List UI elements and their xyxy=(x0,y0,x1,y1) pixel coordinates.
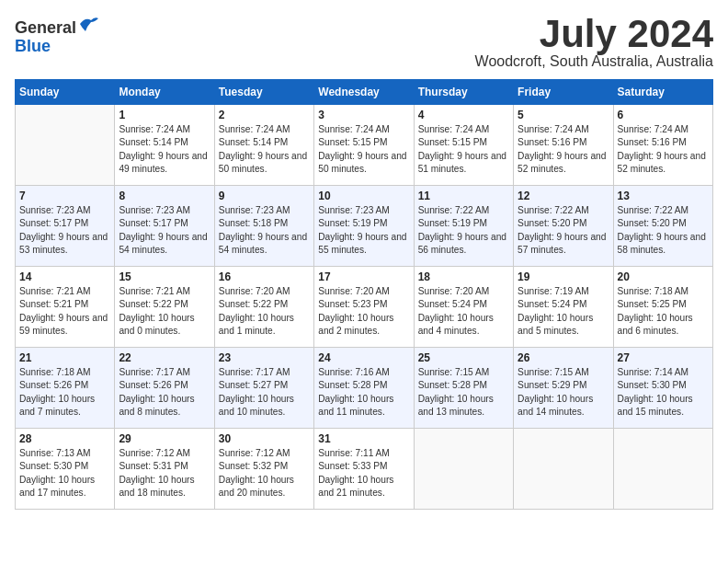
calendar-table: SundayMondayTuesdayWednesdayThursdayFrid… xyxy=(15,79,713,510)
calendar-day-cell: 18Sunrise: 7:20 AMSunset: 5:24 PMDayligh… xyxy=(414,267,513,348)
calendar-week-row: 1Sunrise: 7:24 AMSunset: 5:14 PMDaylight… xyxy=(16,105,713,186)
calendar-day-cell: 7Sunrise: 7:23 AMSunset: 5:17 PMDaylight… xyxy=(16,186,115,267)
calendar-day-cell: 23Sunrise: 7:17 AMSunset: 5:27 PMDayligh… xyxy=(214,348,313,429)
day-info: Sunrise: 7:24 AMSunset: 5:14 PMDaylight:… xyxy=(119,123,210,176)
day-number: 28 xyxy=(19,432,110,445)
day-info: Sunrise: 7:11 AMSunset: 5:33 PMDaylight:… xyxy=(318,447,409,500)
day-info: Sunrise: 7:14 AMSunset: 5:30 PMDaylight:… xyxy=(618,366,709,419)
day-info: Sunrise: 7:20 AMSunset: 5:23 PMDaylight:… xyxy=(318,285,409,338)
calendar-day-cell: 29Sunrise: 7:12 AMSunset: 5:31 PMDayligh… xyxy=(115,429,214,510)
day-number: 1 xyxy=(119,109,210,121)
day-info: Sunrise: 7:22 AMSunset: 5:20 PMDaylight:… xyxy=(618,204,709,257)
day-info: Sunrise: 7:17 AMSunset: 5:26 PMDaylight:… xyxy=(119,366,210,419)
day-info: Sunrise: 7:20 AMSunset: 5:22 PMDaylight:… xyxy=(219,285,310,338)
day-info: Sunrise: 7:22 AMSunset: 5:19 PMDaylight:… xyxy=(418,204,509,257)
day-number: 21 xyxy=(19,351,110,364)
calendar-day-cell: 10Sunrise: 7:23 AMSunset: 5:19 PMDayligh… xyxy=(314,186,414,267)
logo-blue: Blue xyxy=(15,37,51,55)
calendar-day-cell: 8Sunrise: 7:23 AMSunset: 5:17 PMDaylight… xyxy=(115,186,214,267)
day-number: 19 xyxy=(518,270,609,283)
day-number: 18 xyxy=(418,270,509,283)
calendar-day-cell: 20Sunrise: 7:18 AMSunset: 5:25 PMDayligh… xyxy=(613,267,712,348)
day-info: Sunrise: 7:18 AMSunset: 5:26 PMDaylight:… xyxy=(19,366,110,419)
weekday-header: Tuesday xyxy=(214,80,313,105)
day-number: 13 xyxy=(618,190,709,202)
day-info: Sunrise: 7:23 AMSunset: 5:19 PMDaylight:… xyxy=(318,204,409,257)
calendar-day-cell: 27Sunrise: 7:14 AMSunset: 5:30 PMDayligh… xyxy=(613,348,712,429)
day-number: 14 xyxy=(19,270,110,283)
calendar-day-cell: 14Sunrise: 7:21 AMSunset: 5:21 PMDayligh… xyxy=(16,267,115,348)
logo: General Blue xyxy=(15,15,98,56)
calendar-day-cell: 15Sunrise: 7:21 AMSunset: 5:22 PMDayligh… xyxy=(115,267,214,348)
day-number: 10 xyxy=(318,190,409,202)
calendar-day-cell: 9Sunrise: 7:23 AMSunset: 5:18 PMDaylight… xyxy=(214,186,313,267)
day-info: Sunrise: 7:24 AMSunset: 5:16 PMDaylight:… xyxy=(518,123,609,176)
calendar-day-cell: 4Sunrise: 7:24 AMSunset: 5:15 PMDaylight… xyxy=(414,105,513,186)
calendar-day-cell xyxy=(16,105,115,186)
day-number: 11 xyxy=(418,190,509,202)
calendar-header-row: SundayMondayTuesdayWednesdayThursdayFrid… xyxy=(16,80,713,105)
day-number: 5 xyxy=(518,109,609,121)
day-number: 17 xyxy=(318,270,409,283)
weekday-header: Monday xyxy=(115,80,214,105)
calendar-day-cell: 31Sunrise: 7:11 AMSunset: 5:33 PMDayligh… xyxy=(314,429,414,510)
calendar-day-cell: 28Sunrise: 7:13 AMSunset: 5:30 PMDayligh… xyxy=(16,429,115,510)
day-number: 6 xyxy=(618,109,709,121)
day-number: 3 xyxy=(318,109,409,121)
month-title: July 2024 xyxy=(475,15,713,53)
day-number: 27 xyxy=(618,351,709,364)
calendar-day-cell: 24Sunrise: 7:16 AMSunset: 5:28 PMDayligh… xyxy=(314,348,414,429)
day-number: 7 xyxy=(19,190,110,202)
day-info: Sunrise: 7:22 AMSunset: 5:20 PMDaylight:… xyxy=(518,204,609,257)
calendar-day-cell xyxy=(613,429,712,510)
title-block: July 2024 Woodcroft, South Australia, Au… xyxy=(475,15,713,70)
weekday-header: Sunday xyxy=(16,80,115,105)
calendar-week-row: 14Sunrise: 7:21 AMSunset: 5:21 PMDayligh… xyxy=(16,267,713,348)
day-info: Sunrise: 7:24 AMSunset: 5:16 PMDaylight:… xyxy=(618,123,709,176)
day-info: Sunrise: 7:16 AMSunset: 5:28 PMDaylight:… xyxy=(318,366,409,419)
calendar-day-cell: 1Sunrise: 7:24 AMSunset: 5:14 PMDaylight… xyxy=(115,105,214,186)
day-info: Sunrise: 7:18 AMSunset: 5:25 PMDaylight:… xyxy=(618,285,709,338)
calendar-day-cell: 22Sunrise: 7:17 AMSunset: 5:26 PMDayligh… xyxy=(115,348,214,429)
day-number: 9 xyxy=(219,190,310,202)
day-info: Sunrise: 7:13 AMSunset: 5:30 PMDaylight:… xyxy=(19,447,110,500)
location-title: Woodcroft, South Australia, Australia xyxy=(475,53,713,70)
calendar-day-cell: 19Sunrise: 7:19 AMSunset: 5:24 PMDayligh… xyxy=(514,267,613,348)
day-info: Sunrise: 7:19 AMSunset: 5:24 PMDaylight:… xyxy=(518,285,609,338)
day-number: 20 xyxy=(618,270,709,283)
calendar-day-cell: 3Sunrise: 7:24 AMSunset: 5:15 PMDaylight… xyxy=(314,105,414,186)
day-number: 8 xyxy=(119,190,210,202)
day-info: Sunrise: 7:21 AMSunset: 5:22 PMDaylight:… xyxy=(119,285,210,338)
day-number: 22 xyxy=(119,351,210,364)
weekday-header: Friday xyxy=(514,80,613,105)
day-number: 16 xyxy=(219,270,310,283)
logo-bird-icon xyxy=(78,15,98,33)
day-number: 26 xyxy=(518,351,609,364)
calendar-day-cell: 11Sunrise: 7:22 AMSunset: 5:19 PMDayligh… xyxy=(414,186,513,267)
day-info: Sunrise: 7:15 AMSunset: 5:28 PMDaylight:… xyxy=(418,366,509,419)
day-info: Sunrise: 7:23 AMSunset: 5:18 PMDaylight:… xyxy=(219,204,310,257)
day-info: Sunrise: 7:12 AMSunset: 5:32 PMDaylight:… xyxy=(219,447,310,500)
weekday-header: Saturday xyxy=(613,80,712,105)
page-header: General Blue July 2024 Woodcroft, South … xyxy=(15,15,713,70)
day-info: Sunrise: 7:24 AMSunset: 5:15 PMDaylight:… xyxy=(418,123,509,176)
weekday-header: Wednesday xyxy=(314,80,414,105)
day-info: Sunrise: 7:24 AMSunset: 5:14 PMDaylight:… xyxy=(219,123,310,176)
day-info: Sunrise: 7:12 AMSunset: 5:31 PMDaylight:… xyxy=(119,447,210,500)
calendar-week-row: 28Sunrise: 7:13 AMSunset: 5:30 PMDayligh… xyxy=(16,429,713,510)
calendar-day-cell: 16Sunrise: 7:20 AMSunset: 5:22 PMDayligh… xyxy=(214,267,313,348)
day-info: Sunrise: 7:17 AMSunset: 5:27 PMDaylight:… xyxy=(219,366,310,419)
calendar-day-cell xyxy=(514,429,613,510)
day-number: 29 xyxy=(119,432,210,445)
day-number: 15 xyxy=(119,270,210,283)
day-number: 24 xyxy=(318,351,409,364)
calendar-day-cell: 17Sunrise: 7:20 AMSunset: 5:23 PMDayligh… xyxy=(314,267,414,348)
calendar-day-cell: 13Sunrise: 7:22 AMSunset: 5:20 PMDayligh… xyxy=(613,186,712,267)
calendar-day-cell: 21Sunrise: 7:18 AMSunset: 5:26 PMDayligh… xyxy=(16,348,115,429)
calendar-day-cell: 2Sunrise: 7:24 AMSunset: 5:14 PMDaylight… xyxy=(214,105,313,186)
day-info: Sunrise: 7:23 AMSunset: 5:17 PMDaylight:… xyxy=(119,204,210,257)
day-info: Sunrise: 7:20 AMSunset: 5:24 PMDaylight:… xyxy=(418,285,509,338)
logo-general: General xyxy=(15,18,76,37)
day-info: Sunrise: 7:23 AMSunset: 5:17 PMDaylight:… xyxy=(19,204,110,257)
calendar-week-row: 7Sunrise: 7:23 AMSunset: 5:17 PMDaylight… xyxy=(16,186,713,267)
